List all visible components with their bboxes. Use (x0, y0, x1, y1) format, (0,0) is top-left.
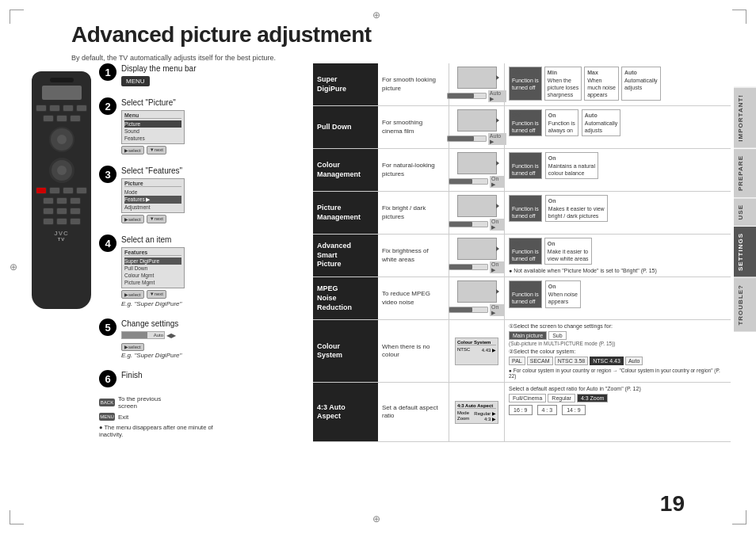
screen-mock-title-3: Picture (124, 181, 181, 187)
step-3: 3 Select "Features" Picture Mode Feature… (99, 166, 305, 223)
row-colour-system: ColourSystem When there is no colour Col… (313, 320, 731, 383)
remote-nav-center (57, 166, 67, 175)
remote-num-buttons3 (43, 218, 81, 225)
feature-desc-digipure: For smooth looking picture (378, 63, 449, 105)
exit-icon: MENU (99, 413, 115, 421)
feature-visual-picmgmt: On ▶ (449, 192, 505, 234)
aspect-screen-title: 4:3 Auto Aspect (457, 403, 496, 409)
slider-control-digipure: Auto ▶ (447, 90, 506, 102)
slider-bar-colourmgmt (449, 178, 488, 185)
slider-bar-mpeg (449, 307, 488, 313)
cs-secam[interactable]: SECAM (527, 357, 553, 365)
slider-fill-picmgmt (449, 222, 472, 227)
screen-img-mpeg (457, 280, 497, 303)
corner-mark-tl (10, 10, 24, 24)
feature-name-colourmgmt: ColourManagement (313, 149, 378, 191)
digipure-state-row: OffFunction isturned off MinWhen thepict… (509, 67, 661, 101)
remote-btn-7 (70, 115, 81, 122)
step-4-screen: Features Super DigiPure Pull Down Colour… (121, 247, 185, 288)
feature-info-mpeg: OffFunction isturned off OnWhen noiseapp… (505, 277, 731, 319)
step-5-nav: ▶select (121, 341, 305, 350)
slider-control-colourmgmt: On ▶ (449, 176, 504, 188)
step-4: 4 Select an item Features Super DigiPure… (99, 235, 305, 307)
state-min-digipure: MinWhen thepicture losessharpness (544, 67, 582, 101)
step-2-screen: Menu Picture Sound Features (121, 110, 185, 144)
cs-screen-title: Colour System (457, 340, 496, 345)
step-6: 6 Finish (99, 370, 305, 387)
screen-mock-title-4: Features (124, 250, 181, 256)
digipure-states: OffFunction isturned off MinWhen thepict… (509, 67, 661, 101)
step-6-number: 6 (99, 370, 116, 387)
cs-step2: ②Select the colour system: (509, 349, 575, 354)
feature-visual-digipure: Auto ▶ (449, 63, 505, 105)
screen-row-colour-mgmt: Colour Mgmt (124, 272, 181, 279)
remote-btn-n5 (56, 208, 67, 215)
reg-mark-top (372, 10, 384, 21)
remote-btn-blue (76, 187, 87, 194)
label-off-digipure: Off (512, 69, 539, 76)
slider-fill-5 (122, 332, 147, 338)
remote-btn-green (49, 187, 60, 194)
cs-auto[interactable]: Auto (625, 357, 643, 365)
screen-row-digipure: Super DigiPure (124, 257, 181, 265)
slider-control-asp: On ▶ (449, 261, 504, 273)
select-btn-5: ▶select (121, 343, 144, 351)
step-3-nav: ▶select ▼next (121, 215, 305, 223)
aspect-opt-43zoom[interactable]: 4:3 Zoom (577, 394, 609, 402)
slider-fill-pulldown (448, 136, 475, 141)
aspect-opt-regular[interactable]: Regular (548, 394, 575, 402)
row-super-digipure: SuperDigiPure For smooth looking picture… (313, 63, 731, 106)
tab-important[interactable]: IMPORTANT! (734, 87, 756, 148)
slider-val-asp: On ▶ (490, 261, 505, 273)
step-2-nav: ▶select ▼next (121, 146, 305, 154)
feature-info-pulldown: OffFunction isturned off OnFunction isal… (505, 106, 731, 148)
state-auto-digipure: AutoAutomaticallyadjusts (621, 67, 661, 101)
state-on-mpeg: OnWhen noiseappears (545, 280, 581, 307)
remote-btn-n7 (43, 218, 54, 225)
label-on-asp: On (548, 240, 589, 247)
cs-sub-note: (Sub-picture in MULTI-PICTURE mode (P. 1… (509, 341, 727, 346)
feature-name-picmgmt: PictureManagement (313, 192, 378, 234)
remote-btn-4 (76, 105, 87, 112)
page-title: Advanced picture adjustment (71, 22, 372, 48)
next-btn-2: ▼next (147, 146, 166, 154)
remote-num-buttons (43, 197, 81, 204)
slider-fill-digipure (448, 93, 475, 98)
step-5-label: Change settings (121, 318, 305, 329)
feature-name-asp: AdvancedSmartPicture (313, 235, 378, 277)
remote-nav-ring (49, 158, 74, 183)
screen-row-mode: Mode (124, 189, 181, 196)
step-5: 5 Change settings Auto ◀▶ ▶select E.g. "… (99, 318, 305, 359)
tab-trouble[interactable]: TROUBLE? (734, 277, 756, 332)
ratio-149: 14 : 9 (562, 405, 586, 415)
reg-mark-left (10, 261, 21, 273)
step-4-number: 4 (99, 235, 116, 252)
aspect-label: Mode (457, 410, 469, 416)
cs-pal[interactable]: PAL (509, 357, 525, 365)
slider-bar-asp (449, 264, 488, 270)
step-1-content: Display the menu bar MENU (121, 63, 305, 86)
feature-desc-colourmgmt: For natural-looking pictures (378, 149, 449, 191)
ratio-43: 4 : 3 (537, 405, 558, 415)
corner-mark-tr (732, 10, 746, 24)
feature-desc-mpeg: To reduce MPEG video noise (378, 277, 449, 319)
slider-bar-picmgmt (449, 221, 488, 227)
remote-logo: JVCTV (54, 230, 69, 242)
cs-ntsc443[interactable]: NTSC 4.43 (590, 357, 624, 365)
label-max-digipure: Max (587, 69, 616, 76)
remote-btn-n1 (43, 197, 54, 204)
tab-settings[interactable]: SETTINGS (734, 226, 756, 277)
screen-img-picmgmt (457, 195, 497, 217)
tab-prepare[interactable]: PREPARE (734, 148, 756, 197)
slider-arrow-5: ◀▶ (166, 332, 176, 339)
aspect-opt-full[interactable]: Full/Cinema (509, 394, 546, 402)
feature-info-aspect: Select a default aspect ratio for Auto i… (505, 383, 731, 441)
row-colour-management: ColourManagement For natural-looking pic… (313, 149, 731, 192)
main-content-table: SuperDigiPure For smooth looking picture… (313, 63, 731, 494)
tab-use[interactable]: USE (734, 197, 756, 226)
cs-ntsc358[interactable]: NTSC 3.58 (555, 357, 589, 365)
slider-val-pulldown: Auto ▶ (488, 133, 506, 145)
aspect-label2: Zoom (457, 416, 469, 421)
cs-screen-row: NTSC 4.43 ▶ (457, 347, 496, 353)
state-off-picmgmt: OffFunction isturned off (509, 195, 542, 222)
